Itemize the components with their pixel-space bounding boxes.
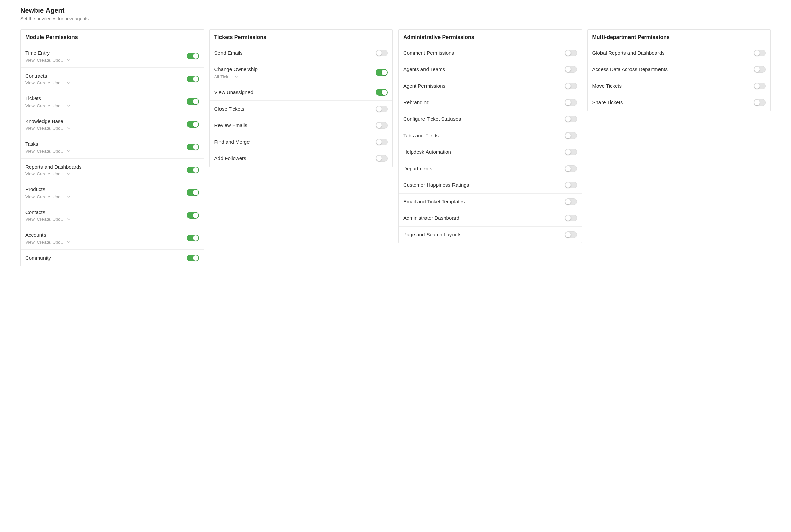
toggle-knob xyxy=(382,90,387,95)
toggle-review-emails[interactable] xyxy=(376,122,388,129)
toggle-departments[interactable] xyxy=(565,165,577,172)
toggle-knob xyxy=(565,199,571,204)
toggle-access-data-across-departments[interactable] xyxy=(754,66,766,73)
toggle-products[interactable] xyxy=(187,189,199,196)
toggle-knob xyxy=(382,70,387,75)
perm-sub-dropdown[interactable]: View, Create, Upd… xyxy=(25,217,183,222)
perm-left: Knowledge BaseView, Create, Upd… xyxy=(25,118,183,131)
perm-sub-dropdown[interactable]: View, Create, Upd… xyxy=(25,126,183,131)
toggle-helpdesk-automation[interactable] xyxy=(565,149,577,155)
toggle-knob xyxy=(193,99,198,104)
perm-label: Add Followers xyxy=(214,155,372,162)
perm-left: Rebranding xyxy=(403,99,561,106)
toggle-knob xyxy=(193,53,198,59)
toggle-page-and-search-layouts[interactable] xyxy=(565,231,577,238)
toggle-contracts[interactable] xyxy=(187,76,199,82)
perm-sub-dropdown[interactable]: View, Create, Upd… xyxy=(25,171,183,176)
panel-multi-department-permissions: Multi-department PermissionsGlobal Repor… xyxy=(587,29,771,111)
toggle-view-unassigned[interactable] xyxy=(376,89,388,96)
toggle-customer-happiness-ratings[interactable] xyxy=(565,182,577,188)
perm-sub-dropdown[interactable]: View, Create, Upd… xyxy=(25,194,183,199)
toggle-knob xyxy=(193,213,198,218)
perm-label: Departments xyxy=(403,165,561,172)
perm-label: Comment Permissions xyxy=(403,50,561,56)
toggle-add-followers[interactable] xyxy=(376,155,388,162)
perm-label: Move Tickets xyxy=(592,82,750,89)
toggle-global-reports-and-dashboards[interactable] xyxy=(754,50,766,56)
toggle-comment-permissions[interactable] xyxy=(565,50,577,56)
perm-row-access-data-across-departments: Access Data Across Departments xyxy=(588,61,771,78)
toggle-close-tickets[interactable] xyxy=(376,106,388,112)
perm-sub-text: View, Create, Upd… xyxy=(25,217,65,222)
toggle-tasks[interactable] xyxy=(187,144,199,150)
panel-administrative-permissions: Administrative PermissionsComment Permis… xyxy=(398,29,582,243)
chevron-down-icon xyxy=(67,149,71,153)
perm-left: Access Data Across Departments xyxy=(592,66,750,73)
perm-label: Find and Merge xyxy=(214,138,372,145)
toggle-knob xyxy=(754,50,760,56)
perm-sub-text: View, Create, Upd… xyxy=(25,194,65,199)
perm-sub-text: View, Create, Upd… xyxy=(25,80,65,85)
perm-label: Helpdesk Automation xyxy=(403,149,561,155)
toggle-email-and-ticket-templates[interactable] xyxy=(565,198,577,205)
chevron-down-icon xyxy=(67,58,71,62)
perm-sub-text: View, Create, Upd… xyxy=(25,126,65,131)
toggle-knob xyxy=(754,100,760,105)
perm-left: Add Followers xyxy=(214,155,372,162)
toggle-knob xyxy=(565,166,571,171)
toggle-knob xyxy=(193,190,198,195)
toggle-community[interactable] xyxy=(187,254,199,261)
perm-row-rebranding: Rebranding xyxy=(398,94,582,111)
toggle-find-and-merge[interactable] xyxy=(376,138,388,145)
perm-sub-text: View, Create, Upd… xyxy=(25,171,65,176)
chevron-down-icon xyxy=(67,172,71,176)
perm-label: Configure Ticket Statuses xyxy=(403,116,561,122)
toggle-rebranding[interactable] xyxy=(565,99,577,106)
toggle-agent-permissions[interactable] xyxy=(565,82,577,89)
perm-row-agent-permissions: Agent Permissions xyxy=(398,78,582,94)
perm-sub-dropdown[interactable]: View, Create, Upd… xyxy=(25,103,183,108)
toggle-knowledge-base[interactable] xyxy=(187,121,199,128)
perm-sub-text: View, Create, Upd… xyxy=(25,103,65,108)
toggle-contacts[interactable] xyxy=(187,212,199,219)
toggle-move-tickets[interactable] xyxy=(754,82,766,89)
toggle-tickets[interactable] xyxy=(187,98,199,105)
perm-left: AccountsView, Create, Upd… xyxy=(25,232,183,245)
perm-sub-text: View, Create, Upd… xyxy=(25,58,65,63)
perm-row-close-tickets: Close Tickets xyxy=(210,101,393,117)
toggle-administrator-dashboard[interactable] xyxy=(565,215,577,222)
perm-row-time-entry: Time EntryView, Create, Upd… xyxy=(21,45,204,68)
perm-left: Time EntryView, Create, Upd… xyxy=(25,50,183,63)
perm-row-helpdesk-automation: Helpdesk Automation xyxy=(398,144,582,160)
perm-row-products: ProductsView, Create, Upd… xyxy=(21,182,204,204)
toggle-change-ownership[interactable] xyxy=(376,69,388,76)
perm-row-review-emails: Review Emails xyxy=(210,117,393,134)
perm-sub-dropdown[interactable]: View, Create, Upd… xyxy=(25,58,183,63)
perm-row-accounts: AccountsView, Create, Upd… xyxy=(21,227,204,250)
perm-sub-dropdown[interactable]: View, Create, Upd… xyxy=(25,240,183,245)
perm-row-tickets: TicketsView, Create, Upd… xyxy=(21,90,204,113)
toggle-time-entry[interactable] xyxy=(187,53,199,59)
toggle-send-emails[interactable] xyxy=(376,50,388,56)
perm-sub-dropdown[interactable]: View, Create, Upd… xyxy=(25,149,183,154)
perm-label: Accounts xyxy=(25,232,183,239)
perm-label: Tasks xyxy=(25,140,183,147)
perm-label: Reports and Dashboards xyxy=(25,164,183,170)
panel-header: Administrative Permissions xyxy=(398,30,582,45)
toggle-share-tickets[interactable] xyxy=(754,99,766,106)
toggle-knob xyxy=(193,144,198,150)
perm-row-contacts: ContactsView, Create, Upd… xyxy=(21,204,204,227)
toggle-configure-ticket-statuses[interactable] xyxy=(565,116,577,122)
perm-left: Departments xyxy=(403,165,561,172)
toggle-accounts[interactable] xyxy=(187,235,199,241)
page-title: Newbie Agent xyxy=(20,7,771,15)
toggle-reports-and-dashboards[interactable] xyxy=(187,167,199,173)
toggle-tabs-and-fields[interactable] xyxy=(565,132,577,139)
perm-label: Send Emails xyxy=(214,50,372,56)
perm-sub-dropdown[interactable]: View, Create, Upd… xyxy=(25,80,183,85)
toggle-agents-and-teams[interactable] xyxy=(565,66,577,73)
perm-label: Global Reports and Dashboards xyxy=(592,50,750,56)
perm-sub-dropdown[interactable]: All Tick… xyxy=(214,74,372,79)
perm-left: Change OwnershipAll Tick… xyxy=(214,66,372,79)
perm-label: Email and Ticket Templates xyxy=(403,198,561,205)
